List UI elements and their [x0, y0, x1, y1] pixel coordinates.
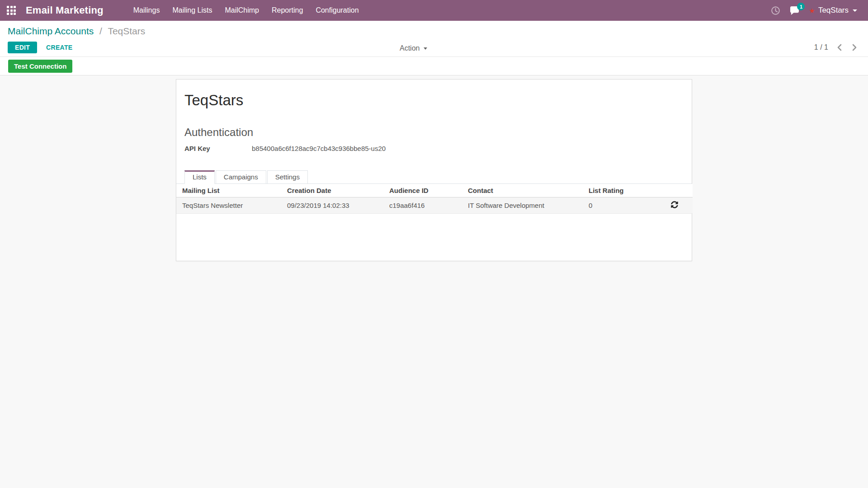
breadcrumb-current: TeqStars: [108, 26, 145, 36]
cell-contact[interactable]: IT Software Development: [462, 197, 583, 214]
table-row[interactable]: TeqStars Newsletter 09/23/2019 14:02:33 …: [176, 197, 693, 214]
control-panel-buttons: EDIT CREATE: [8, 42, 868, 53]
breadcrumb-separator: /: [99, 26, 102, 36]
cell-audience-id[interactable]: c19aa6f416: [383, 197, 462, 214]
top-navbar: Email Marketing Mailings Mailing Lists M…: [0, 0, 868, 21]
header-audience-id[interactable]: Audience ID: [383, 184, 462, 197]
api-key-value: b85400a6c6f128ac9c7cb43c936bbe85-us20: [252, 145, 386, 152]
table-header-row: Mailing List Creation Date Audience ID C…: [176, 184, 693, 197]
messages-chat-icon[interactable]: 1: [789, 6, 800, 15]
activities-clock-icon[interactable]: [771, 6, 780, 15]
cell-creation-date[interactable]: 09/23/2019 14:02:33: [281, 197, 383, 214]
pager-previous-icon[interactable]: [836, 43, 843, 52]
apps-grid-icon[interactable]: [7, 6, 16, 15]
main-menu: Mailings Mailing Lists MailChimp Reporti…: [127, 0, 365, 20]
control-panel: MailChimp Accounts / TeqStars EDIT CREAT…: [0, 21, 868, 56]
header-contact[interactable]: Contact: [462, 184, 583, 197]
menu-mailing-lists[interactable]: Mailing Lists: [166, 0, 218, 20]
header-list-rating[interactable]: List Rating: [583, 184, 654, 197]
record-title: TeqStars: [184, 92, 684, 109]
refresh-icon[interactable]: [654, 197, 693, 214]
authentication-heading: Authentication: [184, 126, 684, 139]
api-key-label: API Key: [184, 145, 252, 152]
cell-list-rating[interactable]: 0: [583, 197, 654, 214]
pager: 1 / 1: [814, 43, 858, 52]
menu-reporting[interactable]: Reporting: [265, 0, 309, 20]
menu-configuration[interactable]: Configuration: [309, 0, 365, 20]
action-label: Action: [400, 44, 420, 52]
form-sheet: TeqStars Authentication API Key b85400a6…: [176, 79, 692, 261]
cell-mailing-list[interactable]: TeqStars Newsletter: [176, 197, 281, 214]
app-title[interactable]: Email Marketing: [26, 5, 104, 16]
pager-value: 1 / 1: [814, 43, 828, 52]
tab-campaigns[interactable]: Campaigns: [216, 170, 266, 184]
systray: 1 ★ TeqStars: [771, 6, 857, 15]
api-key-field-row: API Key b85400a6c6f128ac9c7cb43c936bbe85…: [184, 145, 684, 152]
form-view-area: TeqStars Authentication API Key b85400a6…: [0, 75, 868, 488]
notebook-tabs: Lists Campaigns Settings: [176, 170, 692, 184]
header-actions: [654, 184, 693, 197]
test-connection-button[interactable]: Test Connection: [8, 60, 72, 73]
tab-lists[interactable]: Lists: [184, 170, 215, 184]
form-statusbar: Test Connection: [0, 56, 868, 75]
chevron-down-icon: [424, 47, 427, 50]
tab-settings[interactable]: Settings: [267, 170, 308, 184]
user-avatar-icon: ★: [809, 7, 815, 14]
menu-mailings[interactable]: Mailings: [127, 0, 166, 20]
create-button[interactable]: CREATE: [40, 42, 79, 53]
pager-next-icon[interactable]: [851, 43, 858, 52]
action-dropdown[interactable]: Action: [400, 44, 427, 52]
breadcrumb: MailChimp Accounts / TeqStars: [8, 26, 868, 37]
header-mailing-list[interactable]: Mailing List: [176, 184, 281, 197]
edit-button[interactable]: EDIT: [8, 42, 37, 53]
user-name: TeqStars: [818, 6, 849, 15]
mailing-lists-table: Mailing List Creation Date Audience ID C…: [176, 184, 693, 214]
header-creation-date[interactable]: Creation Date: [281, 184, 383, 197]
chevron-down-icon: [853, 9, 857, 12]
breadcrumb-mailchimp-accounts[interactable]: MailChimp Accounts: [8, 26, 94, 36]
user-menu[interactable]: ★ TeqStars: [809, 6, 857, 15]
messages-badge: 1: [797, 3, 805, 10]
menu-mailchimp[interactable]: MailChimp: [218, 0, 265, 20]
